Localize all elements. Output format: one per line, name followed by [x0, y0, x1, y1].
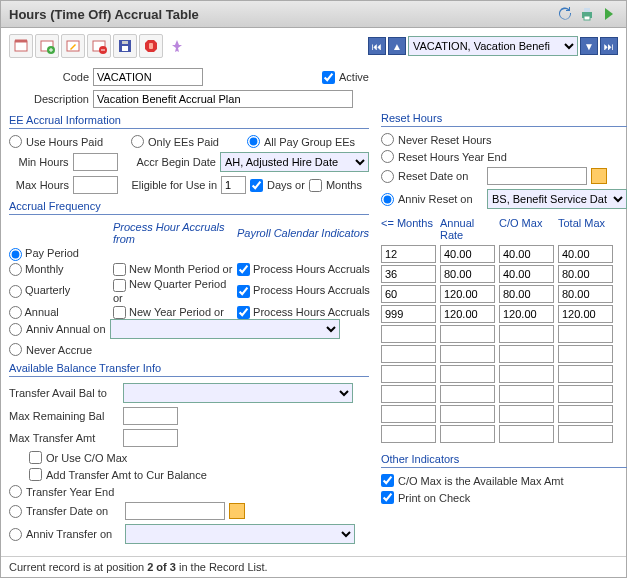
calendar-icon-2[interactable]	[591, 168, 607, 184]
next-record-button[interactable]: ▼	[580, 37, 598, 55]
add-to-bal-checkbox[interactable]	[29, 468, 42, 481]
desc-input[interactable]	[93, 90, 353, 108]
new-month-checkbox[interactable]	[113, 263, 126, 276]
max-hours-input[interactable]	[73, 176, 118, 194]
tier-cell-t[interactable]	[558, 265, 613, 283]
new-year-checkbox[interactable]	[113, 306, 126, 319]
tier-cell-t[interactable]	[558, 385, 613, 403]
stop-icon[interactable]	[139, 34, 163, 58]
next-arrow-icon[interactable]	[600, 5, 618, 23]
tier-cell-c[interactable]	[499, 325, 554, 343]
tier-cell-c[interactable]	[499, 245, 554, 263]
tier-cell-m[interactable]	[381, 405, 436, 423]
transfer-date-radio[interactable]	[9, 505, 22, 518]
reset-year-end-radio[interactable]	[381, 150, 394, 163]
or-use-co-checkbox[interactable]	[29, 451, 42, 464]
tier-cell-c[interactable]	[499, 285, 554, 303]
tier-cell-r[interactable]	[440, 305, 495, 323]
edit-icon[interactable]	[61, 34, 85, 58]
eligible-input[interactable]	[221, 176, 246, 194]
tier-cell-r[interactable]	[440, 405, 495, 423]
print-icon[interactable]	[578, 5, 596, 23]
last-record-button[interactable]: ⏭	[600, 37, 618, 55]
print-check-checkbox[interactable]	[381, 491, 394, 504]
reset-date-radio[interactable]	[381, 170, 394, 183]
tier-cell-t[interactable]	[558, 365, 613, 383]
tier-cell-m[interactable]	[381, 365, 436, 383]
calendar-icon[interactable]	[229, 503, 245, 519]
tier-cell-m[interactable]	[381, 265, 436, 283]
tier-cell-t[interactable]	[558, 405, 613, 423]
pay-period-radio[interactable]	[9, 248, 22, 261]
new-quarter-checkbox[interactable]	[113, 279, 126, 292]
tier-cell-c[interactable]	[499, 385, 554, 403]
co-max-avail-checkbox[interactable]	[381, 474, 394, 487]
max-transfer-input[interactable]	[123, 429, 178, 447]
tier-cell-r[interactable]	[440, 345, 495, 363]
reset-date-input[interactable]	[487, 167, 587, 185]
anniv-transfer-select[interactable]	[125, 524, 355, 544]
tier-cell-r[interactable]	[440, 265, 495, 283]
new-icon[interactable]	[9, 34, 33, 58]
tier-cell-m[interactable]	[381, 325, 436, 343]
days-checkbox[interactable]	[250, 179, 263, 192]
tier-cell-r[interactable]	[440, 245, 495, 263]
tier-cell-t[interactable]	[558, 345, 613, 363]
never-reset-radio[interactable]	[381, 133, 394, 146]
tier-cell-t[interactable]	[558, 285, 613, 303]
tier-cell-m[interactable]	[381, 285, 436, 303]
use-hours-paid-radio[interactable]	[9, 135, 22, 148]
delete-icon[interactable]	[87, 34, 111, 58]
tier-cell-r[interactable]	[440, 385, 495, 403]
anniv-transfer-radio[interactable]	[9, 528, 22, 541]
record-selector[interactable]: VACATION, Vacation Benefi	[408, 36, 578, 56]
tier-cell-c[interactable]	[499, 365, 554, 383]
min-hours-input[interactable]	[73, 153, 118, 171]
accr-begin-date-select[interactable]: AH, Adjusted Hire Date	[220, 152, 369, 172]
tier-cell-c[interactable]	[499, 265, 554, 283]
transfer-to-select[interactable]	[123, 383, 353, 403]
tier-cell-r[interactable]	[440, 325, 495, 343]
refresh-icon[interactable]	[556, 5, 574, 23]
annual-radio[interactable]	[9, 306, 22, 319]
tier-cell-t[interactable]	[558, 245, 613, 263]
max-remain-input[interactable]	[123, 407, 178, 425]
only-ees-paid-radio[interactable]	[131, 135, 144, 148]
active-checkbox[interactable]	[322, 71, 335, 84]
monthly-radio[interactable]	[9, 263, 22, 276]
anniv-reset-select[interactable]: BS, Benefit Service Dat	[487, 189, 627, 209]
proc-hours-3-checkbox[interactable]	[237, 306, 250, 319]
anniv-annual-radio[interactable]	[9, 323, 22, 336]
tier-cell-r[interactable]	[440, 365, 495, 383]
months-checkbox[interactable]	[309, 179, 322, 192]
tier-cell-m[interactable]	[381, 245, 436, 263]
code-input[interactable]	[93, 68, 203, 86]
tier-cell-r[interactable]	[440, 425, 495, 443]
tier-cell-m[interactable]	[381, 345, 436, 363]
prev-record-button[interactable]: ▲	[388, 37, 406, 55]
anniv-annual-select[interactable]	[110, 319, 340, 339]
tier-cell-c[interactable]	[499, 405, 554, 423]
transfer-date-input[interactable]	[125, 502, 225, 520]
tier-cell-m[interactable]	[381, 385, 436, 403]
quarterly-radio[interactable]	[9, 285, 22, 298]
proc-hours-2-checkbox[interactable]	[237, 285, 250, 298]
all-paygroup-radio[interactable]	[247, 135, 260, 148]
transfer-year-end-radio[interactable]	[9, 485, 22, 498]
tier-cell-t[interactable]	[558, 305, 613, 323]
tier-cell-m[interactable]	[381, 305, 436, 323]
proc-hours-1-checkbox[interactable]	[237, 263, 250, 276]
tier-cell-t[interactable]	[558, 425, 613, 443]
pin-icon[interactable]	[165, 34, 189, 58]
tier-cell-c[interactable]	[499, 305, 554, 323]
tier-cell-c[interactable]	[499, 345, 554, 363]
save-icon[interactable]	[113, 34, 137, 58]
tier-cell-c[interactable]	[499, 425, 554, 443]
first-record-button[interactable]: ⏮	[368, 37, 386, 55]
tier-cell-m[interactable]	[381, 425, 436, 443]
tier-cell-r[interactable]	[440, 285, 495, 303]
never-accrue-radio[interactable]	[9, 343, 22, 356]
add-icon[interactable]	[35, 34, 59, 58]
tier-cell-t[interactable]	[558, 325, 613, 343]
anniv-reset-radio[interactable]	[381, 193, 394, 206]
